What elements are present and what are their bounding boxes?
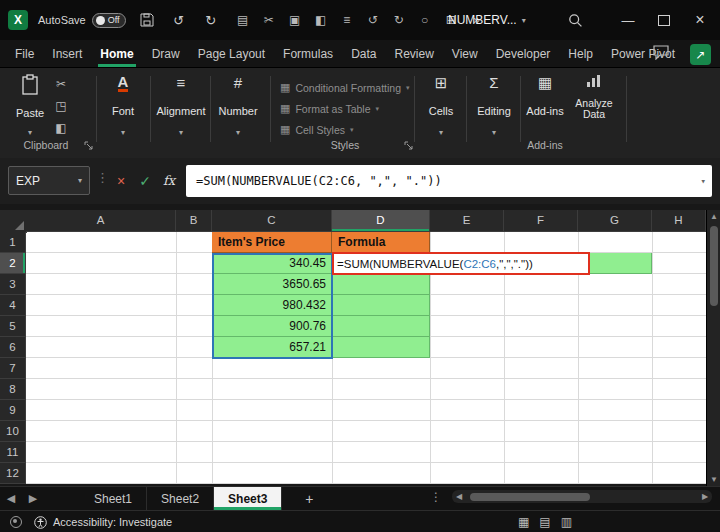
column-header-A[interactable]: A — [26, 210, 176, 232]
share-icon[interactable]: ↗ — [690, 44, 711, 65]
analyze-data-button[interactable]: Analyze Data ▾ — [568, 74, 620, 136]
row-header-1[interactable]: 1 — [0, 232, 26, 253]
horizontal-scrollbar[interactable]: ◀ ▶ — [452, 490, 712, 503]
ribbon-tab-home[interactable]: Home — [91, 40, 142, 67]
ribbon-tab-developer[interactable]: Developer — [487, 40, 560, 67]
cell-D6[interactable] — [332, 337, 430, 358]
select-all-corner[interactable] — [0, 210, 27, 233]
row-header-6[interactable]: 6 — [0, 337, 26, 358]
insert-function-icon[interactable]: fx — [158, 167, 180, 194]
cell-C3[interactable]: 3650.65 — [212, 274, 332, 295]
row-header-9[interactable]: 9 — [0, 400, 26, 421]
row-header-11[interactable]: 11 — [0, 442, 26, 463]
ribbon-tab-file[interactable]: File — [6, 40, 43, 67]
page-break-view-icon[interactable]: ▥ — [561, 515, 572, 529]
redo-icon[interactable]: ↻ — [200, 8, 222, 32]
name-box[interactable]: EXP ▾ — [8, 166, 90, 195]
scroll-down-icon[interactable]: ▼ — [707, 475, 720, 484]
column-header-D[interactable]: D — [332, 210, 430, 232]
scroll-up-icon[interactable]: ▲ — [707, 212, 720, 221]
ribbon-tab-page-layout[interactable]: Page Layout — [189, 40, 274, 67]
cell-C4[interactable]: 980.432 — [212, 295, 332, 316]
column-header-C[interactable]: C — [212, 210, 332, 232]
comments-icon[interactable] — [652, 45, 670, 60]
align-icon[interactable]: ≡ — [336, 8, 358, 32]
row-header-3[interactable]: 3 — [0, 274, 26, 295]
minimize-button[interactable]: — — [612, 0, 644, 40]
editing-group-collapsed[interactable]: Σ Editing ▾ — [470, 74, 518, 136]
column-header-F[interactable]: F — [504, 210, 578, 232]
cell-D1[interactable]: Formula — [332, 232, 430, 253]
fill-color-icon[interactable]: ◧ — [310, 8, 332, 32]
accessibility-status[interactable]: Accessibility: Investigate — [34, 516, 172, 529]
cell-C1[interactable]: Item's Price — [212, 232, 332, 253]
normal-view-icon[interactable]: ▦ — [518, 515, 529, 529]
cut-icon[interactable]: ✂ — [258, 8, 280, 32]
excel-app-icon[interactable]: X — [8, 10, 28, 30]
cancel-entry-icon[interactable]: × — [110, 167, 132, 194]
cell-C5[interactable]: 900.76 — [212, 316, 332, 337]
formula-input[interactable]: =SUM(NUMBERVALUE(C2:C6, ",", ".")) ▾ — [186, 165, 712, 197]
ribbon-tab-formulas[interactable]: Formulas — [274, 40, 342, 67]
confirm-entry-icon[interactable]: ✓ — [134, 167, 156, 194]
styles-item-format-as-table[interactable]: ▦Format as Table▾ — [280, 98, 410, 119]
new-sheet-button[interactable]: + — [296, 487, 322, 510]
resize-handle-icon[interactable]: ⋮ — [96, 170, 109, 185]
undo-icon[interactable]: ↺ — [168, 8, 190, 32]
cell-C6[interactable]: 657.21 — [212, 337, 332, 358]
row-header-8[interactable]: 8 — [0, 379, 26, 400]
ribbon-tab-view[interactable]: View — [443, 40, 487, 67]
column-header-H[interactable]: H — [652, 210, 706, 232]
undo-history-icon[interactable]: ↺ — [362, 8, 384, 32]
clipboard-dialog-launcher-icon[interactable] — [84, 141, 93, 150]
sheet-options-icon[interactable]: ⋮ — [430, 490, 442, 504]
cell-D5[interactable] — [332, 316, 430, 337]
cell-C2[interactable]: 340.45 — [212, 253, 332, 274]
previous-sheet-icon[interactable]: ◀ — [0, 487, 22, 510]
styles-item-conditional-formatting[interactable]: ▦Conditional Formatting▾ — [280, 77, 410, 98]
sheet-tab-sheet1[interactable]: Sheet1 — [80, 487, 147, 510]
row-header-4[interactable]: 4 — [0, 295, 26, 316]
row-header-7[interactable]: 7 — [0, 358, 26, 379]
number-group-collapsed[interactable]: # Number ▾ — [214, 74, 262, 136]
format-painter-icon[interactable]: ◧ — [52, 120, 70, 136]
vertical-scrollbar[interactable]: ▲ ▼ — [706, 210, 720, 486]
cut-icon[interactable]: ✂ — [52, 76, 70, 92]
shape-icon[interactable]: ○ — [414, 8, 436, 32]
row-header-2[interactable]: 2 — [0, 253, 26, 274]
styles-dialog-launcher-icon[interactable] — [404, 141, 413, 150]
row-header-12[interactable]: 12 — [0, 463, 26, 484]
document-title[interactable]: NUMBERV... ▾ — [448, 0, 526, 40]
sheet-tab-sheet3[interactable]: Sheet3 — [214, 487, 282, 510]
ribbon-tab-review[interactable]: Review — [385, 40, 442, 67]
ribbon-tab-insert[interactable]: Insert — [43, 40, 91, 67]
horizontal-scrollbar-thumb[interactable] — [470, 493, 590, 501]
redo-history-icon[interactable]: ↻ — [388, 8, 410, 32]
ribbon-tab-draw[interactable]: Draw — [143, 40, 189, 67]
column-header-E[interactable]: E — [430, 210, 504, 232]
autosave-toggle[interactable]: Off — [92, 13, 126, 28]
cells-group-collapsed[interactable]: ⊞ Cells ▾ — [418, 74, 464, 136]
paste-button[interactable]: Paste ▾ — [10, 74, 50, 136]
copy-icon[interactable]: ◳ — [52, 98, 70, 114]
save-icon[interactable] — [136, 8, 158, 32]
maximize-button[interactable] — [648, 0, 680, 40]
picture-icon[interactable]: ▣ — [284, 8, 306, 32]
autosave-control[interactable]: AutoSave Off — [38, 13, 126, 28]
column-header-G[interactable]: G — [578, 210, 652, 232]
styles-item-cell-styles[interactable]: ▦Cell Styles▾ — [280, 119, 410, 140]
page-layout-view-icon[interactable]: ▤ — [539, 515, 550, 529]
ribbon-tab-power-pivot[interactable]: Power Pivot — [602, 40, 684, 67]
clipboard-icon[interactable]: ▤ — [232, 8, 254, 32]
ribbon-tab-data[interactable]: Data — [342, 40, 385, 67]
sheet-tab-sheet2[interactable]: Sheet2 — [147, 487, 214, 510]
search-icon[interactable] — [563, 9, 587, 31]
cell-D2-formula-editor[interactable]: =SUM(NUMBERVALUE(C2:C6,",",".")) — [332, 252, 590, 275]
cell-D3[interactable] — [332, 274, 430, 295]
column-header-B[interactable]: B — [176, 210, 212, 232]
formula-bar-expand-icon[interactable]: ▾ — [701, 176, 706, 186]
cell-D4[interactable] — [332, 295, 430, 316]
font-group-collapsed[interactable]: A Font ▾ — [100, 74, 146, 136]
ribbon-tab-help[interactable]: Help — [559, 40, 602, 67]
alignment-group-collapsed[interactable]: ≡ Alignment ▾ — [154, 74, 208, 136]
